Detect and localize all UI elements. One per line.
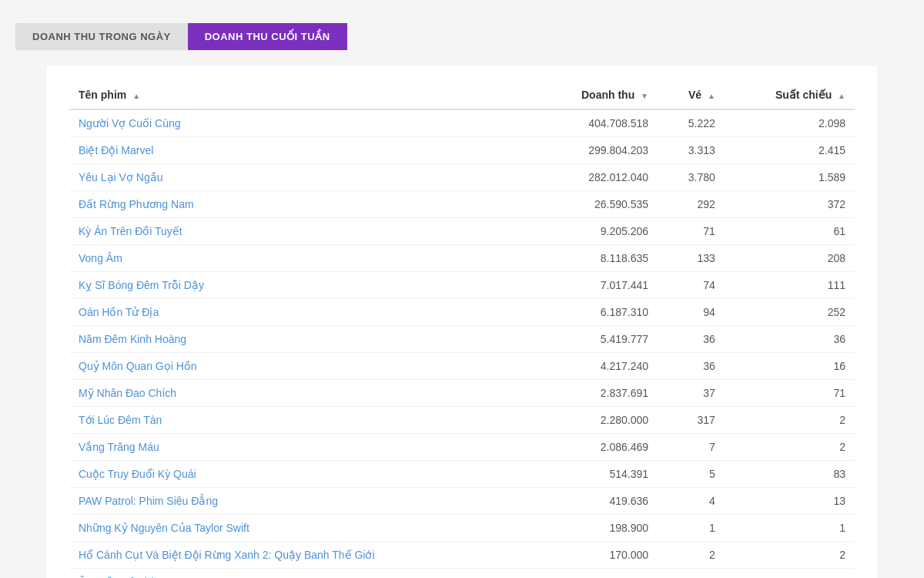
tab-bar: DOANH THU TRONG NGÀY DOANH THU CUỐI TUẦN [15,23,909,50]
cell-doanh-thu: 5.419.777 [532,326,658,353]
cell-ve: 36 [658,326,725,353]
cell-ten-phim[interactable]: Yêu Lại Vợ Ngầu [69,164,532,191]
table-row: Âm Hồn Đô Thị001 [69,569,855,579]
cell-suat-chieu: 16 [725,353,855,380]
table-row: Kỳ Án Trên Đồi Tuyết9.205.2067161 [69,218,855,245]
table-row: Biệt Đội Marvel299.804.2033.3132.415 [69,137,855,164]
col-suat-chieu[interactable]: Suất chiếu ▲ [725,81,855,109]
cell-ten-phim[interactable]: Quỷ Môn Quan Gọi Hồn [69,353,532,380]
cell-ten-phim[interactable]: Vắng Trăng Máu [69,434,532,461]
cell-ten-phim[interactable]: Kỳ Án Trên Đồi Tuyết [69,218,532,245]
cell-suat-chieu: 71 [725,380,855,407]
cell-suat-chieu: 252 [725,299,855,326]
table-row: Vắng Trăng Máu2.086.46972 [69,434,855,461]
cell-doanh-thu: 0 [532,569,658,579]
cell-ten-phim[interactable]: Tới Lúc Đêm Tàn [69,407,532,434]
cell-ve: 37 [658,380,725,407]
cell-ve: 3.313 [658,137,725,164]
cell-doanh-thu: 514.391 [532,461,658,488]
tab-trong-ngay[interactable]: DOANH THU TRONG NGÀY [15,23,188,50]
cell-suat-chieu: 2 [725,407,855,434]
cell-ten-phim[interactable]: Kỵ Sĩ Bóng Đêm Trỗi Dậy [69,272,532,299]
cell-ten-phim[interactable]: Oán Hồn Tử Địa [69,299,532,326]
cell-suat-chieu: 1 [725,569,855,579]
cell-ten-phim[interactable]: Cuộc Truy Đuổi Kỳ Quái [69,461,532,488]
table-row: Oán Hồn Tử Địa6.187.31094252 [69,299,855,326]
cell-ve: 3.780 [658,164,725,191]
table-row: Năm Đêm Kinh Hoàng5.419.7773636 [69,326,855,353]
cell-ve: 5 [658,461,725,488]
cell-ve: 133 [658,245,725,272]
table-row: Quỷ Môn Quan Gọi Hồn4.217.2403616 [69,353,855,380]
cell-ve: 5.222 [658,109,725,137]
cell-suat-chieu: 61 [725,218,855,245]
cell-ten-phim[interactable]: PAW Patrol: Phim Siêu Đẳng [69,488,532,515]
cell-suat-chieu: 111 [725,272,855,299]
cell-ten-phim[interactable]: Đất Rừng Phương Nam [69,191,532,218]
cell-ve: 292 [658,191,725,218]
cell-doanh-thu: 2.280.000 [532,407,658,434]
cell-doanh-thu: 198.900 [532,515,658,542]
cell-ten-phim[interactable]: Âm Hồn Đô Thị [69,569,532,579]
table-row: PAW Patrol: Phim Siêu Đẳng419.636413 [69,488,855,515]
cell-doanh-thu: 299.804.203 [532,137,658,164]
cell-doanh-thu: 2.086.469 [532,434,658,461]
cell-doanh-thu: 2.837.691 [532,380,658,407]
cell-doanh-thu: 170.000 [532,542,658,569]
cell-doanh-thu: 8.118.635 [532,245,658,272]
col-doanh-thu[interactable]: Doanh thu ▼ [532,81,658,109]
cell-suat-chieu: 208 [725,245,855,272]
table-row: Người Vợ Cuối Cùng404.708.5185.2222.098 [69,109,855,137]
revenue-table: Tên phim ▲ Doanh thu ▼ Vé ▲ Suất chiếu ▲ [69,81,855,578]
table-row: Mỹ Nhân Đao Chích2.837.6913771 [69,380,855,407]
cell-doanh-thu: 26.590.535 [532,191,658,218]
cell-ve: 36 [658,353,725,380]
cell-ten-phim[interactable]: Biệt Đội Marvel [69,137,532,164]
cell-doanh-thu: 4.217.240 [532,353,658,380]
cell-suat-chieu: 2 [725,542,855,569]
cell-suat-chieu: 13 [725,488,855,515]
cell-ten-phim[interactable]: Vong Âm [69,245,532,272]
cell-doanh-thu: 6.187.310 [532,299,658,326]
cell-ve: 71 [658,218,725,245]
page-container: DOANH THU TRONG NGÀY DOANH THU CUỐI TUẦN… [0,0,924,578]
cell-ve: 317 [658,407,725,434]
cell-doanh-thu: 9.205.206 [532,218,658,245]
table-header-row: Tên phim ▲ Doanh thu ▼ Vé ▲ Suất chiếu ▲ [69,81,855,109]
cell-doanh-thu: 282.012.040 [532,164,658,191]
cell-suat-chieu: 2.098 [725,109,855,137]
sort-icon-doanh-thu: ▼ [641,92,648,100]
cell-ve: 7 [658,434,725,461]
col-ten-phim[interactable]: Tên phim ▲ [69,81,532,109]
table-row: Kỵ Sĩ Bóng Đêm Trỗi Dậy7.017.44174111 [69,272,855,299]
cell-suat-chieu: 2 [725,434,855,461]
cell-ve: 94 [658,299,725,326]
table-row: Đất Rừng Phương Nam26.590.535292372 [69,191,855,218]
cell-ve: 1 [658,515,725,542]
tab-cuoi-tuan[interactable]: DOANH THU CUỐI TUẦN [188,23,347,50]
cell-ten-phim[interactable]: Mỹ Nhân Đao Chích [69,380,532,407]
cell-suat-chieu: 2.415 [725,137,855,164]
cell-doanh-thu: 419.636 [532,488,658,515]
cell-doanh-thu: 404.708.518 [532,109,658,137]
cell-suat-chieu: 1.589 [725,164,855,191]
table-row: Hổ Cánh Cụt Và Biệt Đội Rừng Xanh 2: Quậ… [69,542,855,569]
table-wrapper: Tên phim ▲ Doanh thu ▼ Vé ▲ Suất chiếu ▲ [46,66,878,578]
cell-suat-chieu: 372 [725,191,855,218]
cell-ten-phim[interactable]: Người Vợ Cuối Cùng [69,109,532,137]
cell-suat-chieu: 36 [725,326,855,353]
cell-ten-phim[interactable]: Những Kỷ Nguyên Của Taylor Swift [69,515,532,542]
cell-ve: 2 [658,542,725,569]
col-ve[interactable]: Vé ▲ [658,81,725,109]
cell-ve: 74 [658,272,725,299]
cell-ten-phim[interactable]: Hổ Cánh Cụt Và Biệt Đội Rừng Xanh 2: Quậ… [69,542,532,569]
table-row: Những Kỷ Nguyên Của Taylor Swift198.9001… [69,515,855,542]
sort-icon-ve: ▲ [708,92,715,100]
cell-doanh-thu: 7.017.441 [532,272,658,299]
sort-icon-suat-chieu: ▲ [838,92,845,100]
cell-ten-phim[interactable]: Năm Đêm Kinh Hoàng [69,326,532,353]
cell-suat-chieu: 83 [725,461,855,488]
table-row: Cuộc Truy Đuổi Kỳ Quái514.391583 [69,461,855,488]
sort-icon-ten-phim: ▲ [132,92,140,100]
cell-ve: 4 [658,488,725,515]
